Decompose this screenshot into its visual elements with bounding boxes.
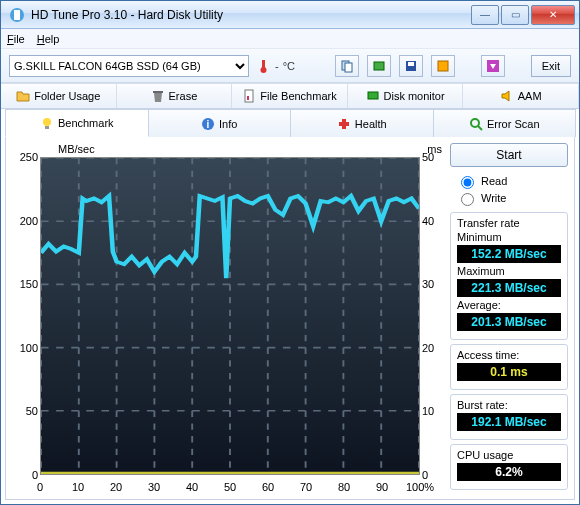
svg-rect-9 bbox=[438, 61, 448, 71]
close-button[interactable]: ✕ bbox=[531, 5, 575, 25]
minimize-button[interactable]: — bbox=[471, 5, 499, 25]
svg-rect-20 bbox=[339, 122, 349, 126]
access-time-label: Access time: bbox=[457, 349, 561, 361]
write-radio[interactable]: Write bbox=[456, 190, 568, 206]
svg-rect-5 bbox=[345, 63, 352, 72]
info-icon: i bbox=[201, 117, 215, 131]
down-arrow-button[interactable] bbox=[481, 55, 505, 77]
chart-plot bbox=[40, 157, 420, 475]
content-area: MB/sec ms 050100150200250010203040500102… bbox=[5, 137, 575, 500]
tab-info[interactable]: iInfo bbox=[148, 109, 292, 137]
window-title: HD Tune Pro 3.10 - Hard Disk Utility bbox=[31, 8, 469, 22]
side-panel: Start Read Write Transfer rate Minimum 1… bbox=[450, 143, 568, 493]
start-button[interactable]: Start bbox=[450, 143, 568, 167]
benchmark-chart: MB/sec ms 050100150200250010203040500102… bbox=[12, 143, 444, 493]
health-icon bbox=[337, 117, 351, 131]
app-window: HD Tune Pro 3.10 - Hard Disk Utility — ▭… bbox=[0, 0, 580, 505]
bulb-icon bbox=[40, 116, 54, 130]
burst-rate-value: 192.1 MB/sec bbox=[457, 413, 561, 431]
cpu-usage-value: 6.2% bbox=[457, 463, 561, 481]
tab-folder-usage[interactable]: Folder Usage bbox=[1, 83, 117, 108]
svg-rect-11 bbox=[153, 91, 163, 93]
svg-rect-2 bbox=[262, 60, 265, 68]
trash-icon bbox=[151, 89, 165, 103]
burst-rate-panel: Burst rate: 192.1 MB/sec bbox=[450, 394, 568, 440]
svg-point-15 bbox=[43, 118, 51, 126]
average-label: Average: bbox=[457, 299, 561, 311]
drive-select[interactable]: G.SKILL FALCON 64GB SSD (64 GB) bbox=[9, 55, 249, 77]
temperature-indicator: - °C bbox=[257, 59, 295, 73]
svg-rect-1 bbox=[14, 10, 20, 20]
tabs-lower: Benchmark iInfo Health Error Scan bbox=[5, 109, 575, 137]
cpu-usage-label: CPU usage bbox=[457, 449, 561, 461]
monitor-icon bbox=[366, 89, 380, 103]
app-icon bbox=[9, 7, 25, 23]
transfer-rate-panel: Transfer rate Minimum 152.2 MB/sec Maxim… bbox=[450, 212, 568, 340]
options-button[interactable] bbox=[431, 55, 455, 77]
maximum-label: Maximum bbox=[457, 265, 561, 277]
thermometer-icon bbox=[257, 59, 271, 73]
svg-rect-16 bbox=[45, 126, 49, 129]
access-time-panel: Access time: 0.1 ms bbox=[450, 344, 568, 390]
access-time-value: 0.1 ms bbox=[457, 363, 561, 381]
tab-benchmark[interactable]: Benchmark bbox=[5, 109, 149, 137]
temp-value: - bbox=[275, 60, 279, 72]
menubar: File Help bbox=[1, 29, 579, 49]
copy-info-button[interactable] bbox=[335, 55, 359, 77]
maximize-button[interactable]: ▭ bbox=[501, 5, 529, 25]
y-axis-left-label: MB/sec bbox=[58, 143, 95, 155]
average-value: 201.3 MB/sec bbox=[457, 313, 561, 331]
maximum-value: 221.3 MB/sec bbox=[457, 279, 561, 297]
save-button[interactable] bbox=[399, 55, 423, 77]
svg-line-22 bbox=[478, 126, 482, 130]
menu-help[interactable]: Help bbox=[37, 33, 60, 45]
burst-rate-label: Burst rate: bbox=[457, 399, 561, 411]
svg-point-21 bbox=[471, 119, 479, 127]
transfer-series bbox=[41, 196, 419, 278]
menu-file[interactable]: File bbox=[7, 33, 25, 45]
tab-disk-monitor[interactable]: Disk monitor bbox=[348, 83, 464, 108]
svg-text:i: i bbox=[207, 119, 210, 130]
tab-erase[interactable]: Erase bbox=[117, 83, 233, 108]
cpu-usage-panel: CPU usage 6.2% bbox=[450, 444, 568, 490]
exit-button[interactable]: Exit bbox=[531, 55, 571, 77]
titlebar[interactable]: HD Tune Pro 3.10 - Hard Disk Utility — ▭… bbox=[1, 1, 579, 29]
svg-rect-6 bbox=[374, 62, 384, 70]
tab-health[interactable]: Health bbox=[290, 109, 434, 137]
tab-aam[interactable]: AAM bbox=[463, 83, 579, 108]
speaker-icon bbox=[500, 89, 514, 103]
magnifier-icon bbox=[469, 117, 483, 131]
svg-rect-13 bbox=[247, 96, 249, 100]
svg-rect-8 bbox=[408, 62, 414, 66]
svg-rect-14 bbox=[368, 92, 378, 99]
toolbar: G.SKILL FALCON 64GB SSD (64 GB) - °C Exi… bbox=[1, 49, 579, 83]
copy-screenshot-button[interactable] bbox=[367, 55, 391, 77]
read-radio[interactable]: Read bbox=[456, 173, 568, 189]
transfer-rate-label: Transfer rate bbox=[457, 217, 561, 229]
tab-file-benchmark[interactable]: File Benchmark bbox=[232, 83, 348, 108]
tabs-upper: Folder Usage Erase File Benchmark Disk m… bbox=[1, 83, 579, 109]
minimum-value: 152.2 MB/sec bbox=[457, 245, 561, 263]
temp-unit: °C bbox=[283, 60, 295, 72]
folder-icon bbox=[16, 89, 30, 103]
minimum-label: Minimum bbox=[457, 231, 561, 243]
file-icon bbox=[242, 89, 256, 103]
tab-error-scan[interactable]: Error Scan bbox=[433, 109, 577, 137]
svg-point-3 bbox=[261, 67, 267, 73]
